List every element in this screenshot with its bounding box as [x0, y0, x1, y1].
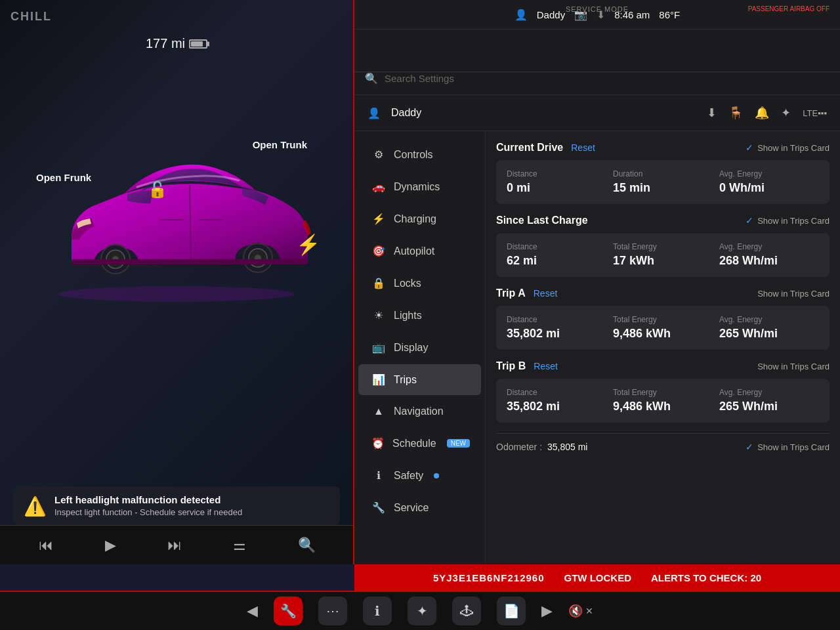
header-icons: 👤 Daddy 📷 ⬇ 8:46 am 86°F [365, 0, 830, 30]
equalizer-button[interactable]: ⚌ [233, 537, 246, 554]
sidebar-item-schedule[interactable]: ⏰ Schedule NEW [358, 428, 481, 459]
frunk-icon: 🔓 [148, 180, 167, 199]
skip-back-button[interactable]: ⏮ [39, 537, 53, 554]
frunk-label[interactable]: Open Frunk [36, 171, 91, 184]
charging-lightning-icon: ⚡ [296, 233, 320, 256]
charging-icon: ⚡ [371, 213, 386, 225]
volume-control[interactable]: 🔇 ✕ [568, 604, 593, 618]
car-image [32, 131, 321, 302]
trip-b-card: Distance 35,802 mi Total Energy 9,486 kW… [496, 379, 830, 423]
trip-a-avg-energy-value: 265 Wh/mi [719, 327, 819, 341]
service-mode-bar: SERVICE MODE 👤 Daddy 📷 ⬇ 8:46 am 86°F PA… [354, 0, 840, 30]
sidebar-item-lights[interactable]: ☀ Lights [358, 300, 481, 331]
dots-app-button[interactable]: ⋯ [318, 597, 347, 625]
sidebar-item-charging[interactable]: ⚡ Charging [358, 203, 481, 234]
files-app-button[interactable]: 📄 [497, 597, 526, 625]
volume-icon: 🔇 [568, 604, 583, 618]
sidebar-item-autopilot[interactable]: 🎯 Autopilot [358, 236, 481, 266]
slc-distance-label: Distance [507, 242, 606, 251]
trip-b-avg-energy-item: Avg. Energy 265 Wh/mi [719, 388, 819, 413]
current-drive-section: Current Drive Reset ✓ Show in Trips Card… [496, 142, 830, 204]
play-button[interactable]: ▶ [105, 537, 116, 554]
odometer-label-value: Odometer : 35,805 mi [496, 442, 587, 452]
taskbar: ◀ 🔧 ⋯ ℹ ✦ 🕹 📄 ▶ 🔇 ✕ [0, 591, 840, 630]
search-media-button[interactable]: 🔍 [298, 537, 316, 554]
nav-right-button[interactable]: ▶ [541, 602, 553, 620]
profile-name-row: Daddy [391, 107, 421, 119]
since-last-charge-stats: Distance 62 mi Total Energy 17 kWh Avg. … [507, 242, 819, 268]
bell-icon[interactable]: 🔔 [755, 106, 769, 120]
sidebar-item-trips[interactable]: 📊 Trips [358, 364, 481, 395]
trip-b-distance-label: Distance [507, 388, 606, 397]
svg-point-0 [58, 286, 295, 302]
trip-b-distance-value: 35,802 mi [507, 400, 606, 413]
vin-text: 5YJ3E1EB6NF212960 [433, 572, 545, 583]
current-avg-energy-item: Avg. Energy 0 Wh/mi [719, 169, 819, 195]
bottom-status-bar: 5YJ3E1EB6NF212960 GTW LOCKED ALERTS TO C… [354, 564, 840, 591]
files-icon: 📄 [503, 603, 520, 619]
current-drive-show-trips[interactable]: ✓ Show in Trips Card [746, 142, 830, 153]
trip-b-stats: Distance 35,802 mi Total Energy 9,486 kW… [507, 388, 819, 413]
trip-a-title: Trip A [496, 287, 526, 299]
sidebar-item-safety[interactable]: ℹ Safety [358, 460, 481, 491]
search-icon: 🔍 [365, 72, 378, 85]
trip-a-distance-item: Distance 35,802 mi [507, 315, 606, 341]
trip-b-energy-label: Total Energy [613, 388, 713, 397]
odometer-show-trips[interactable]: ✓ Show in Trips Card [746, 442, 830, 452]
trip-a-show-trips[interactable]: Show in Trips Card [757, 289, 830, 299]
current-drive-stats: Distance 0 mi Duration 15 min Avg. Energ… [507, 169, 819, 195]
current-duration-item: Duration 15 min [613, 169, 713, 195]
bluetooth-app-button[interactable]: ✦ [408, 597, 436, 625]
trunk-label[interactable]: Open Trunk [253, 138, 307, 152]
since-last-charge-show-trips[interactable]: ✓ Show in Trips Card [746, 215, 830, 226]
service-mode-text: SERVICE MODE [558, 5, 637, 13]
skip-forward-button[interactable]: ⏭ [167, 537, 182, 554]
sidebar-item-navigation[interactable]: ▲ Navigation [358, 396, 481, 427]
search-input[interactable]: Search Settings [385, 73, 454, 84]
passenger-airbag-status: PASSENGER AIRBAG OFF [748, 5, 830, 13]
sidebar-item-controls[interactable]: ⚙ Controls [358, 139, 481, 170]
trip-b-avg-energy-label: Avg. Energy [719, 388, 819, 397]
slc-avg-energy-value: 268 Wh/mi [719, 254, 819, 268]
volume-x-icon: ✕ [585, 606, 593, 616]
current-avg-energy-value: 0 Wh/mi [719, 181, 819, 195]
info-app-button[interactable]: ℹ [363, 597, 392, 625]
battery-icon [189, 39, 207, 49]
schedule-icon: ⏰ [371, 437, 385, 450]
trip-a-section: Trip A Reset Show in Trips Card Distance… [496, 287, 830, 350]
current-drive-reset-button[interactable]: Reset [571, 142, 595, 153]
sidebar-item-display[interactable]: 📺 Display [358, 332, 481, 363]
current-drive-title: Current Drive [496, 142, 563, 154]
nav-left-button[interactable]: ◀ [247, 602, 258, 620]
wrench-app-button[interactable]: 🔧 [274, 597, 303, 625]
alerts-count: ALERTS TO CHECK: 20 [651, 572, 761, 583]
trips-content: Current Drive Reset ✓ Show in Trips Card… [486, 131, 840, 597]
new-badge: NEW [447, 439, 470, 448]
trip-b-reset-button[interactable]: Reset [534, 361, 558, 371]
warning-sub-text: Inspect light function - Schedule servic… [54, 507, 242, 517]
wrench-icon: 🔧 [280, 603, 297, 619]
trip-a-distance-value: 35,802 mi [507, 327, 606, 341]
drive-mode-bar: CHILL [0, 0, 353, 33]
controls-icon: ⚙ [371, 148, 386, 161]
trip-a-avg-energy-item: Avg. Energy 265 Wh/mi [719, 315, 819, 341]
trip-b-show-trips[interactable]: Show in Trips Card [757, 362, 830, 371]
game-app-button[interactable]: 🕹 [452, 597, 481, 625]
sidebar-item-dynamics[interactable]: 🚗 Dynamics [358, 171, 481, 202]
car-area: Open Frunk 🔓 Open Trunk ⚡ [13, 92, 340, 341]
trip-a-reset-button[interactable]: Reset [534, 288, 558, 299]
current-drive-card: Distance 0 mi Duration 15 min Avg. Energ… [496, 160, 830, 204]
gtw-status: GTW LOCKED [564, 572, 632, 583]
current-drive-header: Current Drive Reset ✓ Show in Trips Card [496, 142, 830, 154]
slc-avg-energy-label: Avg. Energy [719, 242, 819, 251]
trip-b-header: Trip B Reset Show in Trips Card [496, 360, 830, 372]
safety-dot-badge [434, 473, 439, 478]
warning-main-text: Left headlight malfunction detected [54, 494, 242, 505]
sidebar-item-locks[interactable]: 🔒 Locks [358, 268, 481, 299]
bluetooth-header-icon[interactable]: ✦ [781, 106, 791, 120]
profile-icon-header: 👤 [514, 9, 528, 21]
download-action-icon[interactable]: ⬇ [707, 106, 717, 120]
lte-icon: LTE▪▪▪ [803, 108, 827, 118]
sidebar-item-service[interactable]: 🔧 Service [358, 492, 481, 523]
sidebar-menu: ⚙ Controls 🚗 Dynamics ⚡ Charging 🎯 Autop… [354, 131, 486, 597]
